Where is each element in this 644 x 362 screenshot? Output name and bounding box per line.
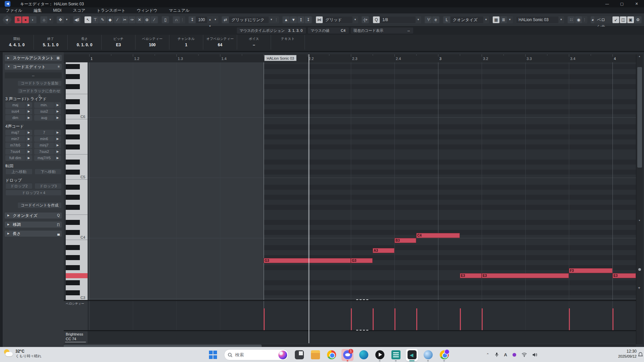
transpose-down-button[interactable]: ▼ <box>290 16 297 23</box>
scale-assistant-header[interactable]: ▶スケールアシスタント▦ <box>5 55 62 61</box>
velocity-stem[interactable] <box>460 308 461 330</box>
chord-play-icon[interactable]: ▶ <box>25 136 32 142</box>
part-selector-dropdown[interactable]: ▼ <box>558 16 564 23</box>
insert-velocity-dropdown[interactable]: ▼ <box>213 16 218 23</box>
keyboard-zoom-dot[interactable] <box>638 268 641 271</box>
chord-play-icon[interactable]: ▶ <box>25 130 32 135</box>
seventh-button-m7/b5[interactable]: m7/b5▶ <box>5 142 32 148</box>
menu-item-1[interactable]: 編集 <box>28 8 47 13</box>
maximize-button[interactable]: ▢ <box>614 0 629 7</box>
menu-item-5[interactable]: ウィンドウ <box>131 8 163 13</box>
length-section-header[interactable]: ▶長さ▄ <box>5 231 62 237</box>
black-key[interactable] <box>66 195 80 200</box>
pin-editor-icon[interactable]: ➤ <box>2 15 12 24</box>
add-chord-track-button[interactable]: コードトラックを追加 <box>17 80 62 86</box>
info-field-5[interactable]: チャンネル1 <box>169 35 203 50</box>
chord-play-icon[interactable]: ▶ <box>25 115 32 121</box>
inversion-button-1[interactable]: 下へ移動 <box>35 169 62 175</box>
scroll-up-icon[interactable]: ▲ <box>638 55 641 57</box>
grid-link-dropdown[interactable]: ▼ <box>269 16 274 23</box>
setup-toolbar-gear-icon[interactable]: ⚙ <box>635 16 641 23</box>
black-key[interactable] <box>66 205 80 210</box>
insert-velocity-icon[interactable]: ↧ <box>189 16 196 23</box>
taskbar-app-chrome[interactable] <box>325 349 337 361</box>
scroll-down-icon[interactable]: ▼ <box>638 219 641 222</box>
quantize-preset-select[interactable]: 1/8 <box>380 16 416 23</box>
microphone-icon[interactable] <box>495 352 499 357</box>
drop-button-1[interactable]: ドロップ3 <box>35 183 62 189</box>
black-key[interactable] <box>66 74 80 79</box>
vertical-scroll-thumb[interactable] <box>637 67 642 168</box>
chord-play-icon[interactable]: ▶ <box>25 155 32 161</box>
velocity-stem[interactable] <box>264 308 265 330</box>
midi-note-F3[interactable]: F3 <box>569 268 612 273</box>
chord-play-icon[interactable]: ▶ <box>25 142 32 148</box>
black-key[interactable] <box>66 220 80 225</box>
velocity-stem[interactable] <box>416 308 417 330</box>
grid-link-options-icon[interactable]: ⋮ <box>274 16 279 23</box>
lane-resize-handle[interactable] <box>356 330 368 330</box>
part-name-chip[interactable]: HALion Sonic 03 <box>264 55 297 61</box>
zoom-in-icon[interactable]: + <box>638 286 640 290</box>
auto-scroll-icon[interactable]: ▯ <box>162 16 169 23</box>
drop24-button[interactable]: ドロップ2 + 4 <box>5 190 62 196</box>
velocity-stem[interactable] <box>351 308 352 330</box>
black-key[interactable] <box>66 99 80 104</box>
audition-speaker-icon[interactable]: ◀⦀ <box>73 16 80 23</box>
create-chord-event-button[interactable]: コードイベントを作成 <box>17 202 62 208</box>
triad-button-sus2[interactable]: sus2▶ <box>34 109 61 114</box>
editor-display-dropdown[interactable]: ▼ <box>64 16 69 23</box>
lane-resize-handle[interactable] <box>356 299 368 300</box>
pitch-visibility-icon[interactable]: ⌂ <box>41 16 47 23</box>
part-editing-mode-icon[interactable]: ▦ <box>493 16 499 23</box>
snap-icon[interactable]: ⋈ <box>316 16 323 23</box>
info-field-6[interactable]: オフベロシティー64 <box>203 35 237 50</box>
weather-widget[interactable]: 32°C くもり時々晴れ <box>3 349 42 359</box>
taskbar-app-notes[interactable] <box>390 349 402 361</box>
ime-mode-icon[interactable]: A <box>504 352 507 357</box>
part-list-dropdown[interactable]: ▼ <box>507 16 513 23</box>
inversion-button-0[interactable]: 上へ移動 <box>5 169 33 175</box>
menu-item-3[interactable]: スコア <box>67 8 91 13</box>
black-key[interactable] <box>66 124 80 129</box>
open-in-project-icon[interactable]: ↙ <box>612 16 619 23</box>
black-key[interactable] <box>66 134 80 139</box>
search-box[interactable]: 検索 <box>224 349 288 360</box>
transpose-octave-down-button[interactable]: ↧ <box>305 16 312 23</box>
chord-play-icon[interactable]: ▶ <box>54 109 61 114</box>
midi-note-G3[interactable]: G3 <box>264 258 351 263</box>
draw-tool[interactable]: ✎ <box>99 16 106 23</box>
menu-item-2[interactable]: MIDI <box>47 8 67 13</box>
seventh-button-maj7/#5[interactable]: maj7/#5▶ <box>34 155 61 161</box>
step-input-icon[interactable]: ∷ <box>568 16 575 23</box>
loop-icon[interactable]: ∩ <box>173 16 180 23</box>
start-button[interactable] <box>207 349 219 361</box>
chord-play-icon[interactable]: ▶ <box>54 155 61 161</box>
black-key[interactable] <box>66 84 80 89</box>
velocity-stem[interactable] <box>569 308 570 330</box>
quantize-preset-dropdown[interactable]: ▼ <box>416 16 421 23</box>
transpose-octave-up-button[interactable]: ↥ <box>298 16 304 23</box>
info-field-4[interactable]: ベロシティー100 <box>136 35 169 50</box>
line-tool[interactable]: ∕ <box>114 16 121 23</box>
taskbar-app-explorer[interactable] <box>309 349 321 361</box>
close-button[interactable]: ✕ <box>629 0 644 7</box>
seventh-button-7[interactable]: 7▶ <box>34 130 61 135</box>
seventh-button-min7[interactable]: min7▶ <box>5 136 32 142</box>
drop-button-0[interactable]: ドロップ2 <box>5 183 33 189</box>
menu-item-6[interactable]: マニュアル <box>163 8 195 13</box>
transpose-up-button[interactable]: ▲ <box>283 16 289 23</box>
piano-keyboard[interactable]: C6C5C4C3 <box>66 62 88 300</box>
seventh-button-min6[interactable]: min6▶ <box>34 136 61 142</box>
lane-divider[interactable] <box>64 300 636 301</box>
taskbar-app-media-player[interactable] <box>374 349 386 361</box>
black-key[interactable] <box>66 144 80 149</box>
object-selection-tool[interactable]: ↖ <box>85 16 91 23</box>
chord-play-icon[interactable]: ▶ <box>54 142 61 148</box>
info-field-8[interactable]: テキスト <box>271 35 305 50</box>
triad-button-dim[interactable]: dim▶ <box>5 115 32 121</box>
taskbar-app-photos[interactable] <box>293 349 305 361</box>
vertical-scrollbar[interactable]: ▲ ▼ + <box>636 54 643 344</box>
black-key[interactable] <box>66 230 80 235</box>
pitch-visibility-dropdown[interactable]: ▼ <box>48 16 53 23</box>
